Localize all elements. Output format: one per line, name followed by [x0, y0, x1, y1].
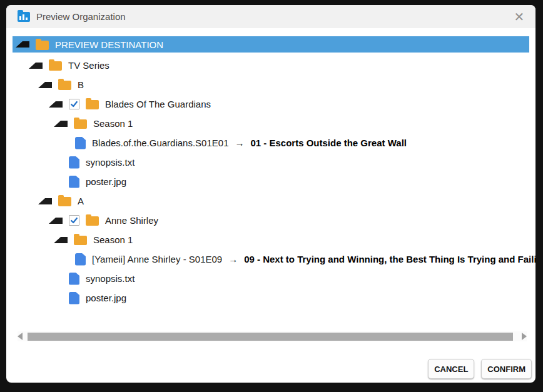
file-icon: [69, 156, 79, 169]
tree-row-label: synopsis.txt: [86, 273, 134, 284]
file-icon: [75, 137, 86, 149]
confirm-button[interactable]: CONFIRM: [481, 359, 532, 379]
tree-row-anne-shirley[interactable]: Anne Shirley: [13, 211, 529, 230]
checkbox-checked[interactable]: [69, 215, 79, 226]
file-original-name: [Yameii] Anne Shirley - S01E09: [92, 254, 222, 264]
expander-icon[interactable]: [54, 121, 68, 127]
tree-row-label: Season 1: [93, 234, 133, 245]
dialog-title: Preview Organization: [36, 11, 126, 22]
file-new-name: 09 - Next to Trying and Winning, the Bes…: [244, 254, 535, 264]
tree-row-label: B: [78, 79, 84, 90]
tree-row-label: PREVIEW DESTINATION: [55, 39, 163, 50]
tree-row-episode-file[interactable]: [Yameii] Anne Shirley - S01E09 → 09 - Ne…: [13, 249, 529, 269]
file-icon: [69, 292, 79, 304]
rename-arrow-icon: →: [235, 138, 244, 148]
folder-icon: [86, 216, 99, 226]
tree-row-poster[interactable]: poster.jpg: [13, 288, 529, 308]
cancel-button[interactable]: CANCEL: [428, 359, 474, 379]
close-icon[interactable]: ✕: [509, 8, 529, 26]
folder-icon: [74, 119, 87, 129]
preview-tree: PREVIEW DESTINATION TV Series B Blades O…: [6, 28, 535, 383]
tree-row-label: poster.jpg: [86, 176, 126, 187]
tree-row-label: synopsis.txt: [86, 157, 134, 168]
file-original-name: Blades.of.the.Guardians.S01E01: [92, 138, 228, 148]
tree-row-episode-file[interactable]: Blades.of.the.Guardians.S01E01 → 01 - Es…: [13, 133, 529, 153]
expander-icon[interactable]: [16, 41, 29, 48]
expander-icon[interactable]: [29, 63, 43, 69]
tree-row-label: Season 1: [93, 118, 133, 129]
tree-row-synopsis[interactable]: synopsis.txt: [13, 153, 529, 172]
expander-icon[interactable]: [38, 82, 52, 88]
tree-row-a[interactable]: A: [13, 191, 529, 211]
tree-row-label: A: [78, 196, 84, 206]
expander-icon[interactable]: [38, 198, 52, 204]
tree-row-label: Anne Shirley: [105, 215, 158, 226]
file-icon: [69, 176, 79, 188]
folder-icon: [74, 236, 87, 245]
file-icon: [69, 273, 79, 285]
title-bar: Preview Organization ✕: [6, 5, 535, 28]
app-icon: [18, 12, 30, 22]
horizontal-scrollbar[interactable]: [18, 331, 527, 341]
tree-row-season-1[interactable]: Season 1: [13, 114, 529, 133]
scroll-left-arrow-icon[interactable]: [18, 333, 23, 340]
folder-icon: [86, 100, 99, 109]
tree-row-b[interactable]: B: [13, 75, 529, 94]
expander-icon[interactable]: [49, 218, 63, 224]
expander-icon[interactable]: [54, 237, 68, 243]
tree-row-label: poster.jpg: [86, 293, 126, 303]
file-new-name: 01 - Escorts Outside the Great Wall: [250, 138, 407, 148]
expander-icon[interactable]: [49, 101, 63, 108]
scroll-right-arrow-icon[interactable]: [522, 333, 527, 340]
tree-row-poster[interactable]: poster.jpg: [13, 172, 529, 191]
folder-icon: [49, 61, 62, 71]
tree-row-synopsis[interactable]: synopsis.txt: [13, 269, 529, 288]
tree-row-season-1[interactable]: Season 1: [13, 230, 529, 249]
tree-row-tv-series[interactable]: TV Series: [13, 56, 529, 75]
tree-row-preview-destination[interactable]: PREVIEW DESTINATION: [13, 36, 529, 53]
tree-row-label: TV Series: [68, 60, 109, 71]
folder-icon: [36, 41, 49, 50]
tree-row-label: Blades Of The Guardians: [105, 99, 211, 109]
folder-icon: [58, 81, 71, 90]
file-icon: [75, 253, 86, 266]
preview-organization-dialog: Preview Organization ✕ PREVIEW DESTINATI…: [6, 5, 535, 383]
folder-icon: [58, 197, 71, 206]
footer-buttons: CANCEL CONFIRM: [428, 359, 532, 379]
checkbox-checked[interactable]: [69, 99, 79, 109]
scrollbar-thumb[interactable]: [28, 333, 513, 341]
tree-row-blades-of-the-guardians[interactable]: Blades Of The Guardians: [13, 94, 529, 114]
rename-arrow-icon: →: [228, 254, 238, 264]
